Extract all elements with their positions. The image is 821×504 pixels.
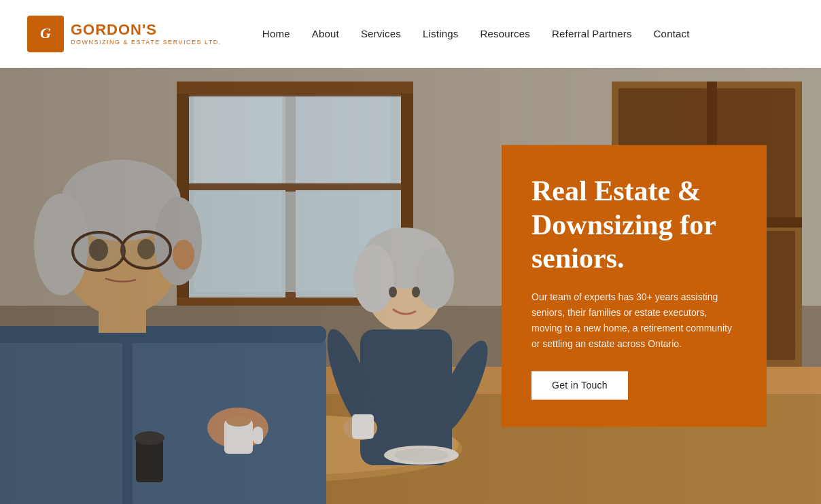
nav-item-contact[interactable]: Contact	[654, 28, 690, 39]
hero-description: Our team of experts has 30+ years assist…	[531, 289, 737, 352]
company-name: GORDON'S	[71, 22, 222, 38]
hero-section: Real Estate & Downsizing for seniors. Ou…	[0, 68, 821, 504]
company-tagline: DOWNSIZING & ESTATE SERVICES LTD.	[71, 39, 222, 46]
site-header: G GORDON'S DOWNSIZING & ESTATE SERVICES …	[0, 0, 821, 68]
nav-item-about[interactable]: About	[312, 28, 339, 39]
logo-icon: G	[27, 16, 64, 52]
main-nav: Home About Services Listings Resources R…	[262, 28, 690, 39]
nav-item-listings[interactable]: Listings	[423, 28, 458, 39]
nav-item-services[interactable]: Services	[361, 28, 401, 39]
hero-cta-button[interactable]: Get in Touch	[531, 372, 628, 400]
hero-title: Real Estate & Downsizing for seniors.	[531, 175, 737, 276]
nav-item-home[interactable]: Home	[262, 28, 290, 39]
nav-item-referral-partners[interactable]: Referral Partners	[552, 28, 632, 39]
site-logo[interactable]: G GORDON'S DOWNSIZING & ESTATE SERVICES …	[27, 16, 222, 52]
logo-text: GORDON'S DOWNSIZING & ESTATE SERVICES LT…	[71, 22, 222, 45]
svg-text:G: G	[40, 24, 51, 41]
hero-content-box: Real Estate & Downsizing for seniors. Ou…	[502, 145, 767, 427]
nav-item-resources[interactable]: Resources	[480, 28, 530, 39]
